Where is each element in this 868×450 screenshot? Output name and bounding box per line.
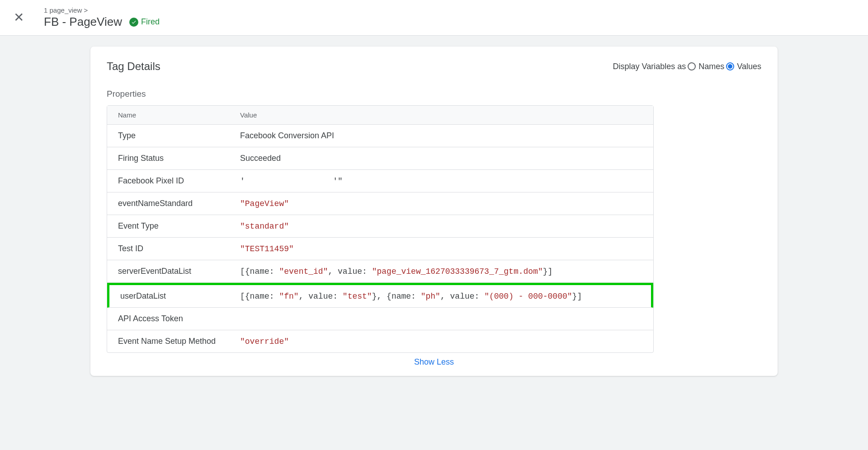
table-row: Event Name Setup Method "override" [107, 330, 653, 352]
prop-value: "standard" [229, 215, 653, 238]
prop-name: Type [107, 125, 229, 147]
table-row: serverEventDataList [{name: "event_id", … [107, 260, 653, 283]
prop-value: [{name: "event_id", value: "page_view_16… [229, 260, 653, 283]
prop-name: API Access Token [107, 308, 229, 330]
radio-values[interactable] [726, 62, 734, 70]
title-row: FB - PageView Fired [44, 15, 160, 29]
prop-value: Facebook Conversion API [229, 125, 653, 147]
show-less-link[interactable]: Show Less [414, 357, 454, 366]
close-icon[interactable]: ✕ [14, 10, 24, 25]
prop-value: "PageView" [229, 192, 653, 215]
content-area: Tag Details Display Variables as Names V… [0, 36, 868, 376]
status-text: Fired [141, 17, 160, 27]
prop-value: "TEST11459" [229, 238, 653, 260]
tag-details-card: Tag Details Display Variables as Names V… [90, 47, 778, 376]
prop-value: ' '" [229, 170, 653, 192]
properties-table: Name Value Type Facebook Conversion API … [107, 105, 654, 353]
prop-name: serverEventDataList [107, 260, 229, 283]
prop-name: Test ID [107, 238, 229, 260]
radio-values-group[interactable]: Values [726, 62, 761, 71]
prop-value: "override" [229, 330, 653, 352]
show-less-container: Show Less [107, 353, 761, 371]
card-header: Tag Details Display Variables as Names V… [107, 60, 761, 73]
prop-name: Event Type [107, 215, 229, 238]
properties-label: Properties [107, 89, 761, 99]
col-name: Name [107, 106, 229, 125]
col-value: Value [229, 106, 653, 125]
breadcrumb[interactable]: 1 page_view > [44, 6, 160, 14]
header-info: 1 page_view > FB - PageView Fired [35, 6, 160, 29]
page-title: FB - PageView [44, 15, 122, 29]
prop-value [229, 308, 653, 330]
table-row: Type Facebook Conversion API [107, 125, 653, 147]
status-badge: Fired [129, 17, 160, 27]
table-row: Firing Status Succeeded [107, 147, 653, 170]
table-row-highlighted: userDataList [{name: "fn", value: "test"… [107, 283, 653, 308]
prop-value: Succeeded [229, 147, 653, 170]
card-title: Tag Details [107, 60, 160, 73]
display-variables-toggle: Display Variables as Names Values [613, 62, 761, 71]
prop-value: [{name: "fn", value: "test"}, {name: "ph… [229, 283, 653, 308]
table-row: Facebook Pixel ID ' '" [107, 170, 653, 192]
radio-values-label: Values [737, 62, 761, 71]
prop-name: eventNameStandard [107, 192, 229, 215]
table-row: Event Type "standard" [107, 215, 653, 238]
radio-names-group[interactable]: Names [688, 62, 724, 71]
table-row: API Access Token [107, 308, 653, 330]
prop-name: userDataList [107, 283, 229, 308]
radio-names-label: Names [698, 62, 724, 71]
table-row: eventNameStandard "PageView" [107, 192, 653, 215]
prop-name: Facebook Pixel ID [107, 170, 229, 192]
prop-name: Event Name Setup Method [107, 330, 229, 352]
prop-name: Firing Status [107, 147, 229, 170]
modal-header: ✕ 1 page_view > FB - PageView Fired [0, 0, 868, 36]
table-header-row: Name Value [107, 106, 653, 125]
radio-names[interactable] [688, 62, 696, 70]
display-label: Display Variables as [613, 62, 686, 71]
check-icon [129, 18, 138, 27]
table-row: Test ID "TEST11459" [107, 238, 653, 260]
